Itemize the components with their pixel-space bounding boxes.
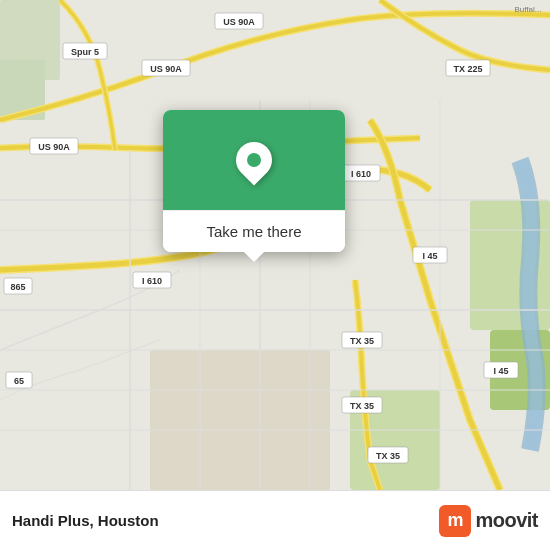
svg-text:Spur 5: Spur 5 (71, 47, 99, 57)
svg-text:TX 35: TX 35 (376, 451, 400, 461)
svg-text:US 90A: US 90A (150, 64, 182, 74)
svg-text:US 90A: US 90A (38, 142, 70, 152)
take-me-there-button[interactable]: Take me there (163, 210, 345, 252)
moovit-logo: m moovit (439, 505, 538, 537)
svg-text:I 45: I 45 (422, 251, 437, 261)
place-name: Handi Plus, Houston (12, 512, 159, 529)
pin-inner (247, 153, 261, 167)
svg-rect-6 (150, 350, 330, 490)
pin-head (229, 135, 280, 186)
svg-text:65: 65 (14, 376, 24, 386)
location-pin (236, 142, 272, 178)
svg-text:I 45: I 45 (493, 366, 508, 376)
bottom-bar: Handi Plus, Houston m moovit (0, 490, 550, 550)
svg-text:Buffal...: Buffal... (515, 5, 542, 14)
svg-text:TX 225: TX 225 (453, 64, 482, 74)
svg-text:865: 865 (10, 282, 25, 292)
svg-text:I 610: I 610 (142, 276, 162, 286)
svg-text:TX 35: TX 35 (350, 336, 374, 346)
moovit-label: moovit (475, 509, 538, 532)
popup-card: Take me there (163, 110, 345, 252)
svg-text:I 610: I 610 (351, 169, 371, 179)
moovit-icon: m (439, 505, 471, 537)
map-container: US 90A US 90A US 90A Spur 5 TX 225 I 610… (0, 0, 550, 490)
svg-text:US 90A: US 90A (223, 17, 255, 27)
location-info: Handi Plus, Houston (12, 512, 159, 529)
popup-map-area (163, 110, 345, 210)
svg-text:TX 35: TX 35 (350, 401, 374, 411)
